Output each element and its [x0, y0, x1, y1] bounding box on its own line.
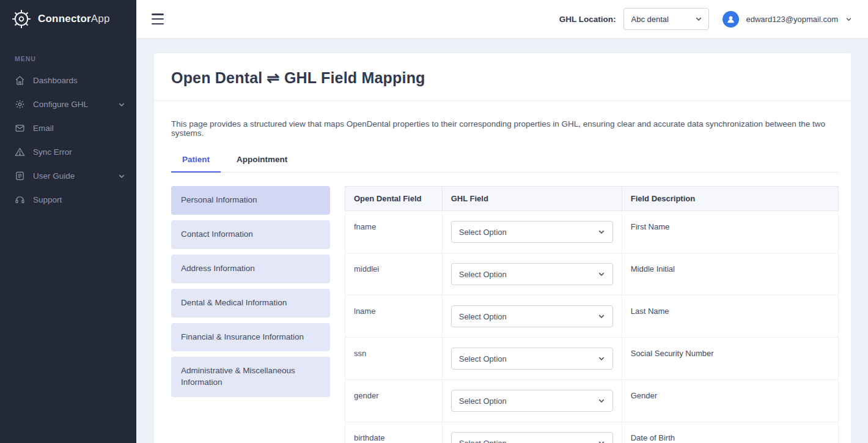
- open-dental-field: birthdate: [345, 422, 443, 443]
- open-dental-field: lname: [345, 296, 443, 338]
- table-row: birthdate Select Option Date of Birth: [345, 422, 839, 443]
- user-email: edward123@yopmail.com: [746, 15, 839, 24]
- home-icon: [15, 75, 25, 86]
- sidebar-item-label: Configure GHL: [33, 100, 88, 109]
- connector-logo-icon: [11, 9, 32, 29]
- sidebar-item-sync-error[interactable]: Sync Error: [0, 140, 136, 164]
- ghl-field-select[interactable]: Select Option: [451, 348, 613, 370]
- sidebar-item-dashboards[interactable]: Dashboards: [0, 69, 136, 92]
- column-header-field-description: Field Description: [622, 187, 838, 211]
- ghl-location-label: GHL Location:: [559, 15, 616, 24]
- ghl-field-select[interactable]: Select Option: [451, 305, 613, 327]
- mail-icon: [15, 123, 25, 133]
- field-description: Middle Initial: [622, 253, 838, 296]
- tab-patient[interactable]: Patient: [171, 149, 221, 172]
- guide-icon: [15, 171, 25, 181]
- sidebar: ConnectorApp MENU Dashboards Configure G…: [0, 0, 136, 443]
- menu-toggle-button[interactable]: [151, 12, 167, 26]
- mapping-card: Open Dental ⇌ GHL Field Mapping This pag…: [154, 53, 851, 443]
- table-row: lname Select Option Last Name: [345, 296, 839, 338]
- chevron-down-icon: [598, 439, 605, 443]
- chevron-down-icon: [118, 101, 125, 108]
- open-dental-field: middlei: [345, 253, 443, 296]
- tab-appointment[interactable]: Appointment: [226, 149, 298, 172]
- user-icon: [726, 14, 736, 24]
- open-dental-field: ssn: [345, 338, 443, 380]
- user-menu-chevron-icon[interactable]: [845, 16, 852, 23]
- headset-icon: [15, 195, 25, 205]
- ghl-field-select[interactable]: Select Option: [451, 432, 613, 443]
- brand-name: ConnectorApp: [38, 13, 110, 25]
- alert-triangle-icon: [15, 147, 25, 157]
- page-content: Open Dental ⇌ GHL Field Mapping This pag…: [136, 38, 868, 443]
- ghl-location-select[interactable]: Abc dental: [623, 8, 709, 30]
- ghl-field-select[interactable]: Select Option: [451, 263, 613, 285]
- card-header: Open Dental ⇌ GHL Field Mapping: [154, 53, 851, 101]
- category-financial-insurance-information[interactable]: Financial & Insurance Information: [171, 323, 330, 352]
- ghl-field-select[interactable]: Select Option: [451, 390, 613, 412]
- field-description: Social Security Number: [622, 338, 838, 380]
- avatar[interactable]: [723, 11, 739, 28]
- chevron-down-icon: [598, 313, 605, 320]
- sidebar-item-label: Email: [33, 124, 54, 133]
- table-row: ssn Select Option Social Security Number: [345, 338, 839, 380]
- main-column: GHL Location: Abc dental edward123@yopma…: [136, 0, 868, 443]
- sidebar-item-email[interactable]: Email: [0, 116, 136, 140]
- tabs: Patient Appointment: [171, 149, 839, 173]
- sidebar-item-user-guide[interactable]: User Guide: [0, 164, 136, 188]
- category-list: Personal Information Contact Information…: [171, 186, 330, 443]
- sidebar-item-label: User Guide: [33, 171, 75, 181]
- menu-section-label: MENU: [0, 38, 136, 69]
- chevron-down-icon: [598, 228, 605, 236]
- topbar: GHL Location: Abc dental edward123@yopma…: [136, 0, 868, 38]
- category-contact-information[interactable]: Contact Information: [171, 220, 330, 249]
- field-description: Date of Birth: [622, 422, 838, 443]
- sidebar-item-label: Sync Error: [33, 147, 72, 157]
- field-description: Last Name: [622, 296, 838, 338]
- field-description: First Name: [622, 211, 838, 253]
- page-description: This page provides a structured view tha…: [171, 106, 839, 149]
- table-row: gender Select Option Gender: [345, 380, 839, 422]
- sidebar-item-support[interactable]: Support: [0, 188, 136, 212]
- category-address-information[interactable]: Address Information: [171, 255, 330, 283]
- chevron-down-icon: [598, 270, 605, 278]
- chevron-down-icon: [118, 173, 125, 180]
- column-header-open-dental-field: Open Dental Field: [345, 187, 443, 211]
- chevron-down-icon: [598, 397, 605, 404]
- category-personal-information[interactable]: Personal Information: [171, 186, 330, 215]
- open-dental-field: gender: [345, 380, 443, 422]
- app-logo[interactable]: ConnectorApp: [0, 0, 136, 38]
- sidebar-item-label: Dashboards: [33, 76, 78, 85]
- sidebar-item-configure-ghl[interactable]: Configure GHL: [0, 92, 136, 116]
- chevron-down-icon: [598, 355, 605, 362]
- table-row: fname Select Option First Name: [345, 211, 839, 253]
- chevron-down-icon: [695, 15, 702, 23]
- field-mapping-table-wrapper: Open Dental Field GHL Field Field Descri…: [345, 186, 839, 443]
- column-header-ghl-field: GHL Field: [442, 187, 622, 211]
- ghl-location-value: Abc dental: [631, 15, 669, 24]
- ghl-field-select[interactable]: Select Option: [451, 221, 613, 243]
- app-root: ConnectorApp MENU Dashboards Configure G…: [0, 0, 868, 443]
- field-mapping-table: Open Dental Field GHL Field Field Descri…: [345, 186, 839, 443]
- sidebar-item-label: Support: [33, 195, 62, 204]
- category-dental-medical-information[interactable]: Dental & Medical Information: [171, 289, 330, 318]
- gear-icon: [15, 99, 25, 110]
- table-row: middlei Select Option Middle Initial: [345, 253, 839, 296]
- field-description: Gender: [622, 380, 838, 422]
- page-title: Open Dental ⇌ GHL Field Mapping: [171, 69, 834, 87]
- category-administrative-miscellaneous-information[interactable]: Administrative & Miscellaneous Informati…: [171, 357, 330, 397]
- sidebar-nav: Dashboards Configure GHL Email Sync Erro…: [0, 69, 136, 212]
- open-dental-field: fname: [345, 211, 443, 253]
